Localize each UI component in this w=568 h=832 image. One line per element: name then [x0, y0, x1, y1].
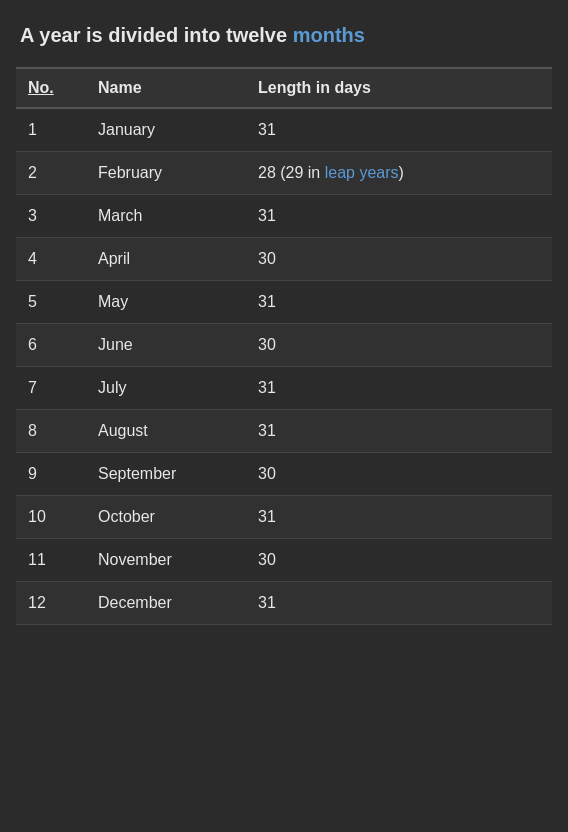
- cell-length: 31: [246, 367, 552, 410]
- cell-name: August: [86, 410, 246, 453]
- cell-length: 30: [246, 238, 552, 281]
- cell-length: 31: [246, 582, 552, 625]
- table-row: 2February28 (29 in leap years): [16, 152, 552, 195]
- table-row: 8August31: [16, 410, 552, 453]
- cell-name: February: [86, 152, 246, 195]
- cell-length: 31: [246, 195, 552, 238]
- cell-no: 7: [16, 367, 86, 410]
- cell-length: 30: [246, 453, 552, 496]
- cell-name: December: [86, 582, 246, 625]
- leap-years-link[interactable]: leap years: [325, 164, 399, 181]
- table-row: 12December31: [16, 582, 552, 625]
- cell-length: 30: [246, 324, 552, 367]
- table-row: 10October31: [16, 496, 552, 539]
- table-row: 7July31: [16, 367, 552, 410]
- cell-no: 10: [16, 496, 86, 539]
- col-header-no: No.: [16, 68, 86, 108]
- cell-no: 12: [16, 582, 86, 625]
- cell-length: 31: [246, 108, 552, 152]
- cell-length: 31: [246, 281, 552, 324]
- length-text-suffix: ): [399, 164, 404, 181]
- cell-length: 31: [246, 410, 552, 453]
- cell-no: 9: [16, 453, 86, 496]
- table-row: 5May31: [16, 281, 552, 324]
- cell-name: October: [86, 496, 246, 539]
- page-title: A year is divided into twelve months: [16, 16, 552, 55]
- cell-no: 6: [16, 324, 86, 367]
- cell-length: 31: [246, 496, 552, 539]
- cell-no: 8: [16, 410, 86, 453]
- cell-name: June: [86, 324, 246, 367]
- table-row: 9September30: [16, 453, 552, 496]
- table-header-row: No. Name Length in days: [16, 68, 552, 108]
- cell-no: 2: [16, 152, 86, 195]
- cell-name: November: [86, 539, 246, 582]
- months-table: No. Name Length in days 1January312Febru…: [16, 67, 552, 625]
- table-row: 1January31: [16, 108, 552, 152]
- cell-name: July: [86, 367, 246, 410]
- cell-no: 11: [16, 539, 86, 582]
- title-text-plain: A year is divided into twelve: [20, 24, 293, 46]
- length-text-plain: 28 (29 in: [258, 164, 325, 181]
- cell-name: April: [86, 238, 246, 281]
- cell-no: 3: [16, 195, 86, 238]
- table-row: 6June30: [16, 324, 552, 367]
- cell-name: September: [86, 453, 246, 496]
- col-header-name: Name: [86, 68, 246, 108]
- cell-no: 1: [16, 108, 86, 152]
- table-row: 3March31: [16, 195, 552, 238]
- col-header-length: Length in days: [246, 68, 552, 108]
- cell-no: 4: [16, 238, 86, 281]
- cell-no: 5: [16, 281, 86, 324]
- cell-name: May: [86, 281, 246, 324]
- cell-length: 30: [246, 539, 552, 582]
- table-row: 11November30: [16, 539, 552, 582]
- cell-name: January: [86, 108, 246, 152]
- title-link-months[interactable]: months: [293, 24, 365, 46]
- cell-name: March: [86, 195, 246, 238]
- cell-length: 28 (29 in leap years): [246, 152, 552, 195]
- table-row: 4April30: [16, 238, 552, 281]
